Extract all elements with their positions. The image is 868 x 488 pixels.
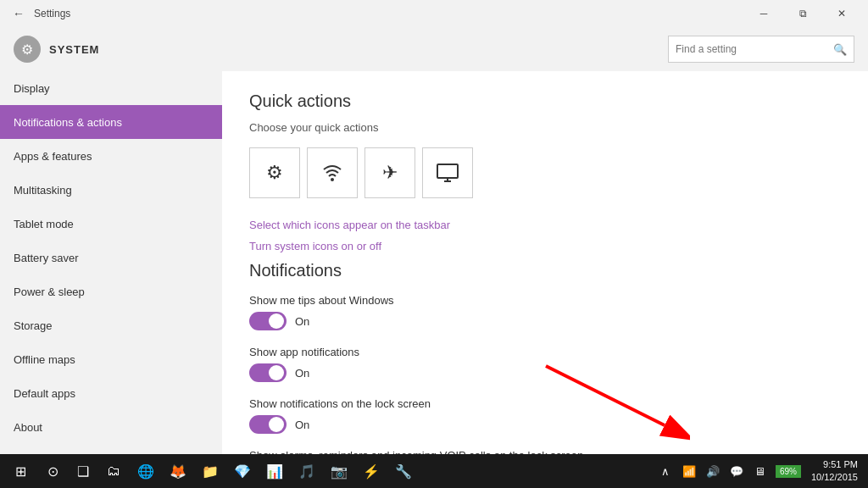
tray-screen[interactable]: 🖥 xyxy=(748,456,772,486)
taskview-icon[interactable]: ❑ xyxy=(68,456,98,486)
system-icon: ⚙ xyxy=(14,36,41,63)
quick-actions-grid: ⚙ ✈ xyxy=(249,147,841,198)
system-clock[interactable]: 9:51 PM 10/12/2015 xyxy=(804,458,865,485)
toggle-app-notif-state: On xyxy=(295,367,309,380)
close-button[interactable]: ✕ xyxy=(822,0,861,27)
quick-actions-title: Quick actions xyxy=(249,92,841,111)
battery-text: 69% xyxy=(780,467,797,476)
taskbar-app-1[interactable]: 🗂 xyxy=(98,456,129,486)
content-area: Quick actions Choose your quick actions … xyxy=(222,71,868,454)
sidebar-item-notifications---actions[interactable]: Notifications & actions xyxy=(0,105,222,139)
taskbar: ⊞ ⊙ ❑ 🗂 🌐 🦊 📁 💎 📊 🎵 📷 ⚡ 🔧 ∧ 📶 🔊 💬 🖥 69% … xyxy=(0,454,868,488)
main-layout: DisplayNotifications & actionsApps & fea… xyxy=(0,71,868,454)
quick-actions-subtitle: Choose your quick actions xyxy=(249,121,841,134)
system-tray: ∧ 📶 🔊 💬 🖥 xyxy=(654,456,772,486)
taskbar-app-10[interactable]: 🔧 xyxy=(388,456,419,486)
notifications-title: Notifications xyxy=(249,261,841,280)
toggle-tips-label: Show me tips about Windows xyxy=(249,294,841,307)
titlebar-title: Settings xyxy=(34,8,70,19)
taskbar-app-2[interactable]: 🌐 xyxy=(131,456,161,486)
search-icon: 🔍 xyxy=(833,43,847,56)
sidebar-item-apps---features[interactable]: Apps & features xyxy=(0,139,222,173)
taskbar-app-6[interactable]: 📊 xyxy=(259,456,290,486)
toggle-app-notif-label: Show app notifications xyxy=(249,346,841,358)
tray-chevron[interactable]: ∧ xyxy=(654,456,677,486)
taskbar-apps: 🗂 🌐 🦊 📁 💎 📊 🎵 📷 ⚡ 🔧 xyxy=(98,456,419,486)
taskbar-app-5[interactable]: 💎 xyxy=(227,456,258,486)
taskbar-app-3[interactable]: 🦊 xyxy=(163,456,193,486)
toggle-lock-notif: Show notifications on the lock screen On xyxy=(249,397,841,434)
svg-rect-1 xyxy=(437,164,458,178)
search-input[interactable] xyxy=(676,43,833,55)
taskbar-app-9[interactable]: ⚡ xyxy=(356,456,387,486)
clock-date: 10/12/2015 xyxy=(811,471,858,484)
taskbar-app-4[interactable]: 📁 xyxy=(195,456,225,486)
toggle-lock-notif-label: Show notifications on the lock screen xyxy=(249,397,841,410)
search-box[interactable]: 🔍 xyxy=(668,36,854,63)
sidebar-item-offline-maps[interactable]: Offline maps xyxy=(0,342,222,376)
tray-volume[interactable]: 🔊 xyxy=(701,456,725,486)
taskbar-icons-link[interactable]: Select which icons appear on the taskbar xyxy=(249,219,841,231)
sidebar-item-default-apps[interactable]: Default apps xyxy=(0,376,222,410)
quick-action-wifi[interactable] xyxy=(307,147,358,198)
toggle-tips: Show me tips about Windows On xyxy=(249,294,841,330)
tray-network[interactable]: 📶 xyxy=(677,456,701,486)
cortana-icon[interactable]: ⊙ xyxy=(37,456,68,486)
sidebar-item-multitasking[interactable]: Multitasking xyxy=(0,173,222,207)
toggle-lock-notif-state: On xyxy=(295,419,309,431)
sidebar-item-storage[interactable]: Storage xyxy=(0,308,222,342)
sidebar-item-about[interactable]: About xyxy=(0,410,222,444)
maximize-button[interactable]: ⧉ xyxy=(783,0,822,27)
titlebar: ← Settings ─ ⧉ ✕ xyxy=(0,0,868,27)
quick-action-screen[interactable] xyxy=(422,147,473,198)
toggle-tips-state: On xyxy=(295,315,309,328)
tray-message[interactable]: 💬 xyxy=(725,456,748,486)
clock-time: 9:51 PM xyxy=(811,458,858,471)
app-title: SYSTEM xyxy=(49,43,99,56)
taskbar-right: ∧ 📶 🔊 💬 🖥 69% 9:51 PM 10/12/2015 xyxy=(654,456,865,486)
sidebar-item-display[interactable]: Display xyxy=(0,71,222,105)
battery-indicator[interactable]: 69% xyxy=(776,465,801,478)
svg-point-0 xyxy=(331,178,334,181)
start-button[interactable]: ⊞ xyxy=(3,454,37,488)
toggle-tips-switch[interactable] xyxy=(249,312,287,330)
sidebar-item-battery-saver[interactable]: Battery saver xyxy=(0,241,222,274)
toggle-app-notif-switch[interactable] xyxy=(249,363,287,382)
back-button[interactable]: ← xyxy=(7,2,31,25)
window-controls: ─ ⧉ ✕ xyxy=(744,0,861,27)
sidebar-item-tablet-mode[interactable]: Tablet mode xyxy=(0,207,222,241)
app-header: ⚙ SYSTEM 🔍 xyxy=(0,27,868,71)
quick-action-settings[interactable]: ⚙ xyxy=(249,147,300,198)
toggle-lock-notif-switch[interactable] xyxy=(249,415,287,434)
sidebar-item-power---sleep[interactable]: Power & sleep xyxy=(0,274,222,308)
taskbar-app-8[interactable]: 📷 xyxy=(324,456,354,486)
quick-action-airplane[interactable]: ✈ xyxy=(364,147,415,198)
minimize-button[interactable]: ─ xyxy=(744,0,783,27)
sidebar: DisplayNotifications & actionsApps & fea… xyxy=(0,71,222,454)
system-icons-link[interactable]: Turn system icons on or off xyxy=(249,240,841,252)
toggle-app-notif: Show app notifications On xyxy=(249,346,841,382)
taskbar-app-7[interactable]: 🎵 xyxy=(292,456,322,486)
